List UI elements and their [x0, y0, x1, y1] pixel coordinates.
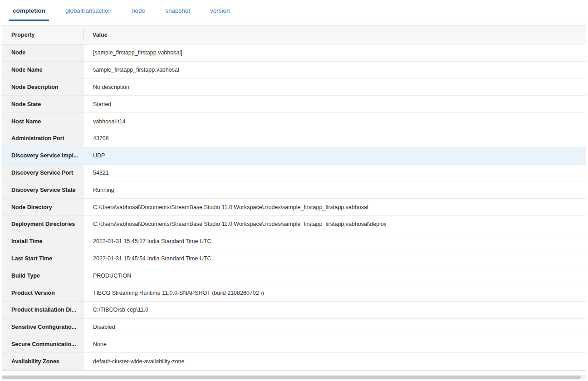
- value-cell: Disabled: [84, 319, 586, 336]
- property-cell: Product Installation Di...: [2, 302, 84, 318]
- table-row[interactable]: Discovery Service StateRunning: [2, 181, 586, 199]
- property-cell: Discovery Service State: [2, 181, 84, 198]
- tab-completion[interactable]: completion: [3, 0, 55, 21]
- property-cell: Secure Communicatio...: [2, 336, 84, 353]
- table-row[interactable]: Product Installation Di...C:\TIBCO\sb-ce…: [2, 302, 586, 319]
- tab-bar: completionglobaltransactionnodesnapshotv…: [0, 0, 588, 21]
- table-row[interactable]: Secure Communicatio...None: [2, 336, 586, 353]
- property-cell: Node Directory: [2, 199, 84, 215]
- table-row[interactable]: Build TypePRODUCTION: [2, 267, 586, 284]
- table-row[interactable]: Availability Zonesdefault-cluster-wide-a…: [2, 353, 586, 370]
- value-cell: default-cluster-wide-availability-zone: [84, 353, 586, 370]
- table-row[interactable]: Host Namevabhosal-t14: [2, 113, 586, 130]
- table-row[interactable]: Node Namesample_firstapp_firstapp.vabhos…: [2, 62, 586, 79]
- value-cell: C:\Users\vabhosal\Documents\StreamBase S…: [84, 199, 586, 215]
- value-cell: No description: [84, 79, 586, 96]
- table-row[interactable]: Node DirectoryC:\Users\vabhosal\Document…: [2, 199, 586, 216]
- property-cell: Administration Port: [2, 130, 84, 147]
- property-cell: Build Type: [2, 267, 84, 284]
- table-row[interactable]: Discovery Service Impl...UDP: [2, 147, 586, 165]
- value-cell: UDP: [84, 147, 586, 164]
- value-cell: Running: [84, 181, 586, 198]
- horizontal-scrollbar-thumb[interactable]: [2, 376, 581, 379]
- property-cell: Last Start Time: [2, 250, 84, 267]
- properties-table: Property Value Node[sample_firstapp_firs…: [2, 25, 586, 371]
- property-cell: Availability Zones: [2, 353, 84, 370]
- value-cell: [sample_firstapp_firstapp.vabhosal]: [84, 44, 586, 61]
- table-row[interactable]: Node DescriptionNo description: [2, 79, 586, 96]
- property-cell: Node State: [2, 96, 84, 112]
- value-cell: 2022-01-31 15:45:54 India Standard Time …: [84, 250, 586, 267]
- table-row[interactable]: Sensitive Configuratio...Disabled: [2, 319, 586, 336]
- tab-version[interactable]: version: [200, 0, 240, 21]
- column-header-property[interactable]: Property: [2, 25, 83, 44]
- tab-snapshot[interactable]: snapshot: [155, 0, 200, 21]
- value-cell: vabhosal-t14: [84, 113, 586, 130]
- value-cell: PRODUCTION: [84, 267, 586, 284]
- value-cell: 54321: [84, 165, 586, 181]
- tab-node[interactable]: node: [122, 0, 155, 21]
- property-cell: Discovery Service Impl...: [2, 147, 84, 164]
- table-row[interactable]: Node StateStarted: [2, 96, 586, 113]
- property-cell: Host Name: [2, 113, 84, 130]
- table-row[interactable]: Install Time2022-01-31 15:45:17 India St…: [2, 233, 586, 250]
- property-cell: Node Name: [2, 62, 84, 78]
- table-row[interactable]: Administration Port43708: [2, 130, 586, 147]
- value-cell: 43708: [84, 130, 586, 147]
- table-body: Node[sample_firstapp_firstapp.vabhosal]N…: [2, 44, 586, 370]
- value-cell: Started: [84, 96, 586, 112]
- property-cell: Node: [2, 44, 84, 61]
- table-header-row: Property Value: [2, 25, 586, 44]
- property-cell: Product Version: [2, 284, 84, 301]
- value-cell: None: [84, 336, 586, 353]
- property-cell: Sensitive Configuratio...: [2, 319, 84, 336]
- property-cell: Node Description: [2, 79, 84, 96]
- table-row[interactable]: Deployment DirectoriesC:\Users\vabhosal\…: [2, 216, 586, 233]
- value-cell: 2022-01-31 15:45:17 India Standard Time …: [84, 233, 586, 250]
- value-cell: sample_firstapp_firstapp.vabhosal: [84, 62, 586, 78]
- table-row[interactable]: Product VersionTIBCO Streaming Runtime 1…: [2, 284, 586, 302]
- value-cell: C:\TIBCO\sb-cep\11.0: [84, 302, 586, 318]
- table-row[interactable]: Last Start Time2022-01-31 15:45:54 India…: [2, 250, 586, 268]
- value-cell: C:\Users\vabhosal\Documents\StreamBase S…: [84, 216, 586, 233]
- column-header-value[interactable]: Value: [84, 25, 586, 44]
- tab-globaltransaction[interactable]: globaltransaction: [55, 0, 122, 21]
- horizontal-scrollbar-track[interactable]: [2, 375, 586, 380]
- property-cell: Install Time: [2, 233, 84, 250]
- property-cell: Discovery Service Port: [2, 165, 84, 181]
- property-cell: Deployment Directories: [2, 216, 84, 233]
- table-row[interactable]: Node[sample_firstapp_firstapp.vabhosal]: [2, 44, 586, 62]
- value-cell: TIBCO Streaming Runtime 11.0.0-SNAPSHOT …: [84, 284, 586, 301]
- table-row[interactable]: Discovery Service Port54321: [2, 165, 586, 182]
